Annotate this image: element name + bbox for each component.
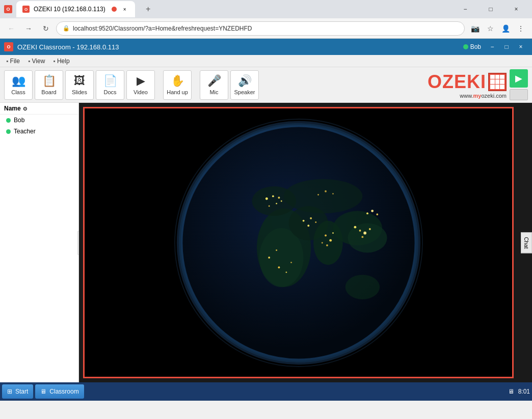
app-maximize-button[interactable]: □ [499,40,514,54]
logged-user: Bob [470,43,481,50]
user-online-dot [6,118,11,123]
svg-point-15 [276,249,277,251]
svg-point-41 [332,193,334,194]
grid-icon [488,73,507,91]
start-icon: ⊞ [7,388,12,395]
right-buttons: ▶ [510,69,528,100]
forward-button[interactable]: → [21,21,36,36]
earth-visual [85,108,512,377]
svg-point-42 [317,194,319,195]
back-button[interactable]: ← [4,21,18,36]
sidebar: Name ⊙ Bob Teacher Users [0,103,79,382]
svg-point-11 [345,274,380,299]
slides-icon: 🖼 [74,74,85,88]
ozeki-logo-area: OZEKI www.myozeki.com ▶ [428,69,528,100]
video-border [83,107,514,378]
svg-point-18 [272,195,274,197]
app-menubar: File View Help [0,55,532,67]
svg-point-16 [268,257,270,259]
user-bob-name: Bob [14,117,24,124]
my-text: my [473,93,482,99]
toolbar-board-button[interactable]: 📋 Board [35,70,63,100]
name-column-header: Name [4,105,21,112]
svg-point-37 [366,212,368,214]
bookmark-button[interactable]: ☆ [483,21,497,36]
svg-point-27 [325,234,327,236]
toolbar-class-button[interactable]: 👥 Class [4,70,33,100]
new-tab-button[interactable]: + [141,2,155,16]
sort-icon: ⊙ [23,106,27,111]
address-text: localhost:9520/Classroom/?a=Home&refresh… [73,25,252,32]
speaker-icon: 🔊 [238,74,252,88]
app-minimize-button[interactable]: − [485,40,499,54]
user-online-dot-teacher [6,129,11,134]
svg-point-22 [280,200,282,202]
taskbar-app-label: Classroom [49,388,78,395]
toolbar-speaker-button[interactable]: 🔊 Speaker [230,70,259,100]
app-body: Name ⊙ Bob Teacher Users [0,103,532,382]
video-container: Chat [79,103,532,382]
mic-label: Mic [209,89,218,95]
taskbar-time: 8:01 [518,388,530,395]
app-toolbar: 👥 Class 📋 Board 🖼 Slides 📄 Docs ▶ Video … [0,67,532,103]
browser-maximize-button[interactable]: □ [479,2,502,17]
address-bar[interactable]: 🔒 localhost:9520/Classroom/?a=Home&refre… [56,21,465,36]
refresh-button[interactable]: ↻ [39,21,53,36]
toolbar-handup-button[interactable]: ✋ Hand up [163,70,192,100]
menu-file[interactable]: File [2,57,24,66]
tab-favicon: O [22,6,30,13]
svg-point-33 [359,229,361,231]
camera-button[interactable]: 📷 [468,21,482,36]
menu-button[interactable]: ⋮ [514,21,528,36]
play-button[interactable]: ▶ [510,69,528,88]
browser-tab[interactable]: O OZEKI 10 (192.168.0.113) × [16,1,135,17]
browser-favicon: O [4,5,12,13]
svg-point-8 [348,223,387,253]
svg-point-19 [278,197,280,199]
earth-svg [151,107,446,378]
app-window: O OZEKI Classroom - 192.168.0.113 Bob − … [0,39,532,382]
svg-point-23 [302,219,304,221]
toolbar-video-button[interactable]: ▶ Video [126,70,155,100]
toolbar-mic-button[interactable]: 🎤 Mic [200,70,228,100]
profile-button[interactable]: 👤 [498,21,513,36]
menu-view[interactable]: View [24,57,49,66]
taskbar-app-icon: 🖥 [40,388,46,395]
lock-icon: 🔒 [63,25,70,32]
class-label: Class [11,89,25,95]
sidebar-user-teacher[interactable]: Teacher [0,126,78,137]
svg-point-17 [265,197,268,200]
toolbar-docs-button[interactable]: 📄 Docs [96,70,124,100]
browser-minimize-button[interactable]: − [454,2,477,17]
start-label: Start [15,388,28,395]
svg-point-26 [307,225,309,227]
speaker-label: Speaker [234,89,255,95]
toolbar-slides-button[interactable]: 🖼 Slides [65,70,94,100]
small-button[interactable] [510,89,528,100]
chat-tab[interactable]: Chat [521,232,532,253]
svg-point-30 [332,232,334,234]
sidebar-user-bob[interactable]: Bob [0,115,78,126]
taskbar-classroom-button[interactable]: 🖥 Classroom [35,384,84,399]
svg-point-40 [325,190,327,192]
handup-label: Hand up [167,89,188,95]
user-teacher-name: Teacher [14,128,36,135]
navbar-icons: 📷 ☆ 👤 ⋮ [468,21,528,36]
handup-icon: ✋ [171,74,184,88]
taskbar-monitor-icon: 🖥 [508,388,514,395]
browser-navbar: ← → ↻ 🔒 localhost:9520/Classroom/?a=Home… [0,18,532,39]
start-button[interactable]: ⊞ Start [2,384,33,399]
slides-label: Slides [72,89,87,95]
svg-point-25 [315,221,316,223]
svg-point-32 [354,226,356,228]
online-indicator [463,44,468,49]
browser-close-button[interactable]: × [504,2,528,17]
tab-close-button[interactable]: × [121,5,129,13]
ozeki-logo-text-area: OZEKI www.myozeki.com [428,71,507,99]
board-icon: 📋 [42,74,56,88]
app-window-controls: − □ × [485,40,528,54]
menu-help[interactable]: Help [49,57,73,66]
app-close-button[interactable]: × [514,40,528,54]
taskbar: ⊞ Start 🖥 Classroom 🖥 8:01 [0,382,532,401]
video-icon: ▶ [137,74,145,88]
